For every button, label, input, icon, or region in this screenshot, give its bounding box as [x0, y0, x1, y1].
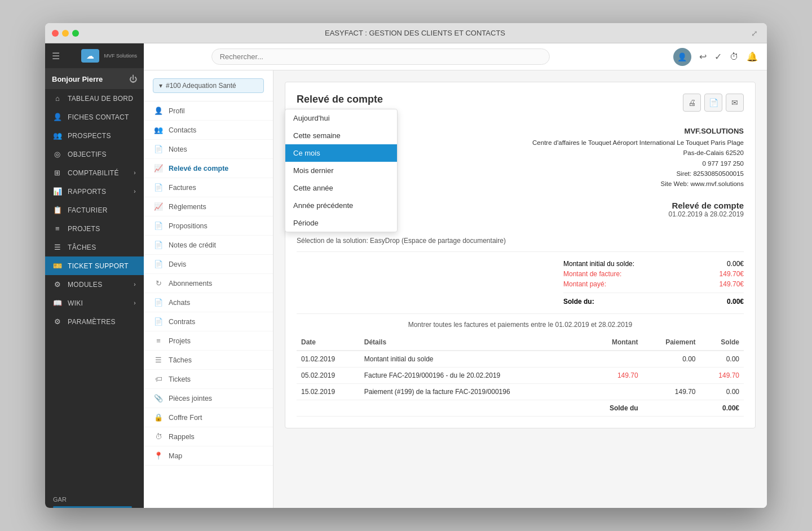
client-nav-projets[interactable]: ≡ Projets: [144, 331, 273, 351]
client-nav-contacts[interactable]: 👥 Contacts: [144, 121, 273, 140]
client-nav-label: Map: [169, 452, 182, 460]
company-address1: Centre d'affaires le Touquet Aéroport In…: [532, 138, 744, 148]
check-icon[interactable]: ✓: [714, 51, 722, 62]
client-nav-tâches[interactable]: ☰ Tâches: [144, 351, 273, 370]
client-nav-label: Coffre Fort: [169, 414, 202, 422]
client-nav-icon: 📄: [154, 145, 163, 153]
client-nav-icon: ☰: [154, 356, 163, 364]
dropdown-item-aujourd'hui[interactable]: Aujourd'hui: [285, 109, 397, 127]
minimize-button[interactable]: [62, 30, 69, 37]
client-nav-factures[interactable]: 📄 Factures: [144, 178, 273, 197]
nav-icon: 📊: [53, 187, 62, 196]
footer-empty: [643, 400, 700, 416]
sidebar-item-fiches-contact[interactable]: 👤 FICHES CONTACT: [45, 108, 144, 126]
nav-label: OBJECTIFS: [68, 151, 107, 158]
company-siret: Siret: 82530850500015: [532, 169, 744, 179]
table-row: 15.02.2019 Paiement (#199) de la facture…: [297, 383, 744, 400]
sidebar-item-facturier[interactable]: 📋 FACTURIER: [45, 201, 144, 219]
maximize-button[interactable]: [72, 30, 79, 37]
sidebar-item-comptabilité[interactable]: ⊞ COMPTABILITÉ ›: [45, 163, 144, 182]
client-nav-icon: 🏷: [154, 375, 163, 383]
sidebar-item-rapports[interactable]: 📊 RAPPORTS ›: [45, 182, 144, 201]
client-nav-devis[interactable]: 📄 Devis: [144, 255, 273, 274]
solde-paye-label: Montant payé:: [563, 280, 606, 288]
company-address2: Pas-de-Calais 62520: [532, 148, 744, 158]
footer-cell: [297, 400, 360, 416]
email-button[interactable]: ✉: [726, 94, 744, 112]
nav-label: RAPPORTS: [68, 188, 106, 196]
print-button[interactable]: 🖨: [683, 94, 701, 112]
share-icon[interactable]: ↩: [699, 51, 707, 62]
sidebar-nav: ⌂ TABLEAU DE BORD 👤 FICHES CONTACT 👥 PRO…: [45, 89, 144, 493]
client-nav-profil[interactable]: 👤 Profil: [144, 101, 273, 121]
table-row: 05.02.2019 Facture FAC-2019/000196 - du …: [297, 367, 744, 383]
client-nav-notes-de-crédit[interactable]: 📄 Notes de crédit: [144, 236, 273, 255]
client-nav-coffre-fort[interactable]: 🔒 Coffre Fort: [144, 408, 273, 427]
sidebar-item-modules[interactable]: ⚙ MODULES ›: [45, 275, 144, 294]
cell-paiement: 0.00: [643, 351, 700, 368]
topbar: 👤 ↩ ✓ ⏱ 🔔: [144, 43, 767, 70]
sidebar: ☰ ☁ MVF Solutions Bonjour Pierre ⏻ ⌂ TAB…: [45, 43, 144, 508]
client-panel: ▾ #100 Adequation Santé 👤 Profil👥 Contac…: [144, 70, 273, 508]
cell-montant: 149.70: [588, 367, 643, 383]
client-nav-règlements[interactable]: 📈 Règlements: [144, 197, 273, 216]
gar-bar: [53, 506, 132, 508]
client-nav-map[interactable]: 📍 Map: [144, 446, 273, 466]
nav-icon: ⊞: [53, 169, 62, 177]
client-nav-icon: ↻: [154, 279, 163, 287]
releve-actions: 🖨 📄 ✉: [683, 94, 744, 112]
dropdown-item-année-précédente[interactable]: Année précédente: [285, 197, 397, 214]
sidebar-item-tâches[interactable]: ☰ TÂCHES: [45, 238, 144, 256]
sidebar-item-paramètres[interactable]: ⚙ PARAMÈTRES: [45, 312, 144, 331]
solde-facture-amount: 149.70€: [720, 270, 744, 278]
sidebar-item-objectifs[interactable]: ◎ OBJECTIFS: [45, 145, 144, 163]
dropdown-item-période[interactable]: Période: [285, 214, 397, 232]
cell-solde: 0.00: [700, 383, 744, 400]
nav-icon: ◎: [53, 150, 62, 158]
titlebar: EASYFACT : GESTION DES CLIENTS ET CONTAC…: [45, 23, 767, 43]
sidebar-item-prospects[interactable]: 👥 PROSPECTS: [45, 126, 144, 145]
sidebar-item-projets[interactable]: ≡ PROJETS: [45, 219, 144, 238]
nav-icon: ⌂: [53, 94, 62, 103]
hamburger-icon[interactable]: ☰: [52, 51, 60, 61]
sidebar-item-ticket-support[interactable]: 🎫 TICKET SUPPORT: [45, 256, 144, 275]
nav-label: COMPTABILITÉ: [68, 169, 119, 177]
right-content: Aujourd'huiCette semaineCe moisMois dern…: [273, 70, 767, 508]
search-input[interactable]: [211, 48, 550, 65]
cell-date: 01.02.2019: [297, 351, 360, 368]
client-nav-abonnements[interactable]: ↻ Abonnements: [144, 274, 273, 293]
dropdown-item-cette-semaine[interactable]: Cette semaine: [285, 127, 397, 144]
client-nav-contrats[interactable]: 📄 Contrats: [144, 312, 273, 331]
sidebar-item-wiki[interactable]: 📖 WIKI ›: [45, 294, 144, 312]
client-nav-propositions[interactable]: 📄 Propositions: [144, 216, 273, 236]
dropdown-item-mois-dernier[interactable]: Mois dernier: [285, 162, 397, 179]
client-name-badge[interactable]: ▾ #100 Adequation Santé: [153, 78, 264, 93]
document-button[interactable]: 📄: [704, 94, 722, 112]
client-nav-icon: ⏱: [154, 432, 163, 441]
client-nav-rappels[interactable]: ⏱ Rappels: [144, 427, 273, 446]
close-button[interactable]: [52, 30, 59, 37]
client-nav-label: Projets: [169, 337, 191, 345]
clock-icon[interactable]: ⏱: [730, 52, 739, 62]
client-nav-notes[interactable]: 📄 Notes: [144, 140, 273, 159]
expand-icon[interactable]: ⤢: [751, 29, 760, 38]
client-nav-achats[interactable]: 📄 Achats: [144, 293, 273, 312]
client-nav-label: Relevé de compte: [169, 165, 228, 172]
client-nav-label: Profil: [169, 107, 184, 115]
footer-solde-amount: 0.00€: [700, 400, 744, 416]
client-nav-icon: 📄: [154, 241, 163, 249]
dropdown-item-cette-année[interactable]: Cette année: [285, 179, 397, 197]
client-nav-relevé-de-compte[interactable]: 📈 Relevé de compte: [144, 159, 273, 178]
client-nav-icon: 📄: [154, 183, 163, 192]
dropdown-item-ce-mois[interactable]: Ce mois: [285, 144, 397, 162]
client-nav-label: Abonnements: [169, 280, 212, 287]
client-nav-tickets[interactable]: 🏷 Tickets: [144, 370, 273, 389]
client-nav-pièces-jointes[interactable]: 📎 Pièces jointes: [144, 389, 273, 408]
client-nav-label: Notes de crédit: [169, 241, 216, 249]
sidebar-item-tableau-de-bord[interactable]: ⌂ TABLEAU DE BORD: [45, 89, 144, 108]
solde-initial-label: Montant initial du solde:: [563, 260, 634, 268]
bell-icon[interactable]: 🔔: [747, 51, 758, 62]
client-nav-icon: 📄: [154, 317, 163, 326]
power-icon[interactable]: ⏻: [129, 74, 137, 83]
client-nav-icon: 👤: [154, 107, 163, 115]
